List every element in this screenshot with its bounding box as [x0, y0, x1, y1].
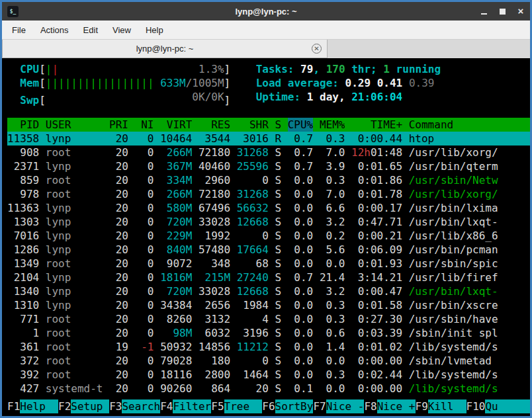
column-header-time[interactable]: TIME+ [351, 118, 402, 132]
process-row[interactable]: 1root20098M60323196S0.00.60:03.39/sbin/i… [7, 326, 530, 340]
cell-ni: 0 [135, 132, 154, 146]
column-header-virt[interactable]: VIRT [160, 118, 192, 132]
cell-command: /usr/sbin/Netw [409, 173, 530, 187]
column-header-command[interactable]: Command [409, 118, 530, 132]
process-row[interactable]: 908root200266M7218031268S0.77.012h01:48/… [7, 146, 530, 159]
cell-res: 180 [199, 354, 230, 368]
fn-f1-help[interactable]: Help [20, 399, 58, 413]
text-segment: /usr/sbin/Netw [409, 174, 498, 187]
cell-s: S [275, 271, 281, 284]
process-row[interactable]: 1286lynp200840M5748017664S0.05.60:06.09/… [7, 243, 530, 257]
cell-pri: 20 [109, 257, 128, 271]
terminal-tab[interactable]: lynp@lyn-pc: ~ ✕ [2, 40, 328, 58]
process-row[interactable]: 978root200266M7218031268S0.07.00:01.78/u… [7, 187, 530, 201]
cell-virt: 9072 [160, 257, 192, 271]
column-header-mem[interactable]: MEM% [320, 118, 345, 132]
cell-res: 72180 [199, 187, 230, 201]
process-row[interactable]: 372root200790281800S0.00.00:00.00/sbin/l… [7, 354, 530, 368]
meter-close-bracket: ] [224, 77, 231, 89]
cell-cpu: 0.0 [288, 187, 314, 201]
cell-res: 33028 [199, 284, 230, 298]
column-header-s[interactable]: S [275, 118, 281, 132]
cell-user: root [46, 368, 103, 382]
cell-command: /sbin/lvmetad [409, 354, 530, 368]
process-row[interactable]: 771root200826031324S0.00.30:27.30/usr/sb… [7, 312, 530, 326]
fn-f5-tree[interactable]: Tree [224, 399, 263, 413]
cell-cpu: 0.0 [288, 215, 314, 229]
process-row[interactable]: 2104lynp2001816M215M27240S0.721.43:14.21… [7, 271, 530, 284]
column-header-pri[interactable]: PRI [109, 118, 128, 132]
menu-item-edit[interactable]: Edit [76, 22, 105, 38]
cell-user: root [46, 146, 103, 159]
column-header-ni[interactable]: NI [135, 118, 154, 132]
column-header-cpu[interactable]: CPU% [288, 118, 314, 132]
cell-pri: 20 [109, 382, 128, 396]
cell-shr: 3016 [237, 132, 269, 146]
column-header-res[interactable]: RES [199, 118, 230, 132]
fn-f6-sortby[interactable]: SortBy [275, 399, 314, 413]
minimize-button[interactable] [480, 7, 488, 16]
cell-time: 0:00.17 [351, 201, 402, 215]
cell-pid: 361 [7, 340, 39, 354]
process-row[interactable]: 11358lynp2001046435443016R0.70.30:00.44h… [7, 132, 530, 146]
process-row[interactable]: 392root2001811628001464S0.00.30:02.44/li… [7, 368, 530, 382]
fn-f7-nice[interactable]: Nice - [326, 399, 365, 413]
process-row[interactable]: 361root19-1509321485611212S0.01.40:01.02… [7, 340, 530, 354]
column-header-user[interactable]: USER [46, 118, 103, 132]
fn-f8-nice[interactable]: Nice + [377, 399, 416, 413]
fn-key-f5: F5 [211, 399, 224, 413]
process-row[interactable]: 427systemd-t2009026086420S0.10.00:00.00/… [7, 382, 530, 396]
cell-pri: 20 [109, 187, 128, 201]
fn-f10-qu[interactable]: Qu [485, 399, 530, 413]
fn-f4-filter[interactable]: Filter [173, 399, 211, 413]
fn-f3-search[interactable]: Search [122, 399, 160, 413]
process-row[interactable]: 7016lynp200229M19920S0.00.20:00.21/usr/l… [7, 229, 530, 243]
cell-virt: 840M [160, 243, 192, 257]
process-row[interactable]: 2371lynp200367M4046025596S0.73.90:01.65/… [7, 159, 530, 173]
menu-item-help[interactable]: Help [138, 22, 171, 38]
cell-command: /usr/bin/lxima [409, 201, 530, 215]
cell-user: lynp [46, 284, 103, 298]
fn-key-f8: F8 [364, 399, 377, 413]
process-row[interactable]: 1349root200907234868S0.00.00:01.93/usr/s… [7, 257, 530, 271]
cell-res: 33028 [199, 215, 230, 229]
column-header-shr[interactable]: SHR [237, 118, 269, 132]
tab-close-icon[interactable]: ✕ [312, 44, 322, 54]
process-row[interactable]: 1310lynp2003438426561984S0.00.30:01.58/u… [7, 298, 530, 312]
cell-time: 0:01.02 [351, 340, 402, 354]
process-row[interactable]: 1340lynp200720M3302812668S0.03.20:00.47/… [7, 284, 530, 298]
cell-pid: 1303 [7, 215, 39, 229]
cell-virt: 1816M [160, 271, 192, 284]
cpu-bar-green: | [46, 63, 52, 75]
terminal-screen[interactable]: CPU[||1.3%] Mem[|||||||||||||||||633M/10… [2, 58, 530, 416]
menu-item-file[interactable]: File [5, 22, 33, 38]
close-button[interactable]: × [517, 7, 525, 16]
cell-s: S [275, 284, 281, 298]
text-segment: 01:48 [371, 146, 402, 159]
cell-pri: 20 [109, 146, 128, 159]
process-table-header: PIDUSERPRINIVIRTRESSHRSCPU%MEM%TIME+Comm… [7, 118, 530, 132]
column-header-pid[interactable]: PID [7, 118, 39, 132]
cell-user: lynp [46, 229, 103, 243]
cell-res: 57480 [199, 243, 230, 257]
process-row[interactable]: 1303lynp200720M3302812668S0.03.20:47.71/… [7, 215, 530, 229]
text-segment: /usr/bin/lxqt- [409, 285, 498, 298]
text-segment: 98M [173, 327, 192, 339]
cell-shr: 20 [237, 382, 269, 396]
cell-user: lynp [46, 215, 103, 229]
process-row[interactable]: 11363lynp200580M6749656632S0.06.60:00.17… [7, 201, 530, 215]
maximize-button[interactable] [498, 7, 506, 16]
cell-cpu: 0.0 [288, 173, 314, 187]
menu-item-view[interactable]: View [105, 22, 138, 38]
cell-command: /lib/systemd/s [409, 382, 530, 396]
menu-item-actions[interactable]: Actions [33, 22, 76, 38]
fn-f9-kill[interactable]: Kill [428, 399, 466, 413]
cell-ni: 0 [135, 257, 154, 271]
meter-open-bracket: [ [39, 77, 46, 89]
cell-command: /usr/sbin/have [409, 312, 530, 326]
cell-user: root [46, 354, 103, 368]
cell-user: root [46, 257, 103, 271]
process-row[interactable]: 859root200334M29600S0.00.30:01.86/usr/sb… [7, 173, 530, 187]
cell-ni: -1 [135, 340, 154, 354]
fn-f2-setup[interactable]: Setup [71, 399, 109, 413]
